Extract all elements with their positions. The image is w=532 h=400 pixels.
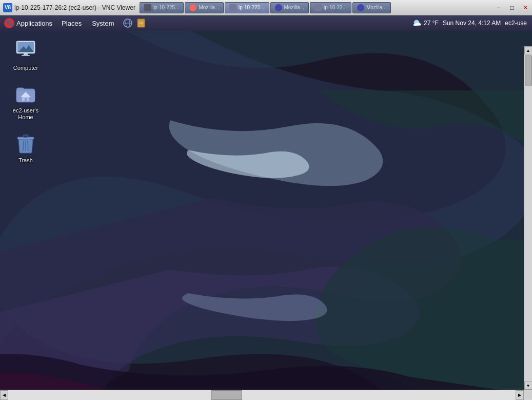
taskbar-tab-1[interactable]: ip-10-225... <box>140 2 184 13</box>
h-scroll-track <box>8 390 516 400</box>
maximize-button[interactable]: □ <box>505 2 519 13</box>
resize-corner <box>524 391 532 399</box>
applications-label: Applications <box>16 20 52 27</box>
svg-rect-3 <box>137 19 145 27</box>
desktop: Computer ec2-user's Home <box>0 31 532 400</box>
gnome-panel: 🐾 Applications Places System <box>0 15 532 31</box>
desktop-icons-container: Computer ec2-user's Home <box>5 36 46 166</box>
svg-rect-18 <box>25 98 27 101</box>
home-icon[interactable]: ec2-user's Home <box>5 79 46 123</box>
scroll-left-button[interactable]: ◀ <box>0 390 8 400</box>
h-scroll-thumb[interactable] <box>211 390 242 400</box>
minimize-button[interactable]: – <box>492 2 505 13</box>
username-display: ec2-use <box>505 20 529 27</box>
weather-icon <box>411 18 422 28</box>
help-icon[interactable] <box>135 17 147 29</box>
vnc-window: V8 ip-10-225-177-26:2 (ec2-user) - VNC V… <box>0 0 532 400</box>
computer-icon-image <box>13 38 38 63</box>
window-title: ip-10-225-177-26:2 (ec2-user) - VNC View… <box>14 4 135 11</box>
places-menu[interactable]: Places <box>56 15 87 31</box>
scroll-up-button[interactable]: ▲ <box>524 46 533 54</box>
gnome-logo-icon: 🐾 <box>4 18 14 28</box>
svg-rect-23 <box>24 135 28 138</box>
desktop-wallpaper-svg <box>0 31 532 400</box>
scroll-down-button[interactable]: ▼ <box>524 382 533 390</box>
horizontal-scrollbar: ◀ ▶ <box>0 390 532 400</box>
panel-right: 27 °F Sun Nov 24, 4:12 AM ec2-use <box>411 15 532 31</box>
svg-line-19 <box>23 141 24 151</box>
taskbar-tab-6[interactable]: Mozilla... <box>352 2 391 13</box>
taskbar-tab-4[interactable]: Mozilla... <box>270 2 309 13</box>
applications-menu[interactable]: 🐾 Applications <box>0 15 56 31</box>
title-bar: V8 ip-10-225-177-26:2 (ec2-user) - VNC V… <box>0 0 532 15</box>
close-button[interactable]: ✕ <box>519 2 532 13</box>
weather-info[interactable]: 27 °F <box>411 18 439 28</box>
taskbar-tab-3[interactable]: ip-10-225... <box>225 2 269 13</box>
system-label: System <box>92 20 114 27</box>
datetime-display: Sun Nov 24, 4:12 AM <box>443 20 501 27</box>
home-icon-image <box>13 81 38 105</box>
svg-rect-15 <box>22 55 30 56</box>
vertical-scrollbar[interactable]: ▲ ▼ <box>524 46 532 390</box>
computer-icon[interactable]: Computer <box>5 36 46 73</box>
trash-icon-image <box>13 130 38 155</box>
places-label: Places <box>62 20 82 27</box>
trash-icon-label: Trash <box>18 157 33 164</box>
globe-icon[interactable] <box>122 17 133 29</box>
home-icon-label: ec2-user's Home <box>7 107 44 121</box>
system-menu[interactable]: System <box>87 15 119 31</box>
vnc-logo-icon: V8 <box>3 3 12 12</box>
taskbar-tab-5[interactable]: ip-10-22... <box>310 2 351 13</box>
taskbar-tabs: ip-10-225... Mozilla... ip-10-225... Moz… <box>135 2 492 13</box>
weather-temp: 27 °F <box>424 20 439 27</box>
scroll-right-button[interactable]: ▶ <box>516 390 524 400</box>
scroll-thumb[interactable] <box>525 55 532 86</box>
taskbar-tab-2[interactable]: Mozilla... <box>185 2 223 13</box>
computer-icon-label: Computer <box>13 65 38 71</box>
trash-icon[interactable]: Trash <box>5 128 46 166</box>
svg-line-21 <box>28 141 28 151</box>
